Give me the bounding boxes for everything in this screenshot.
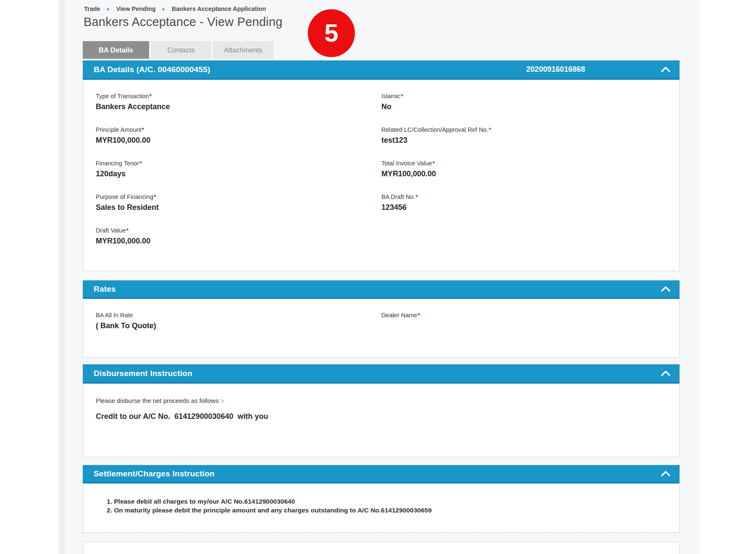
section-title: Rates — [94, 285, 116, 294]
breadcrumb-item-view-pending[interactable]: View Pending — [116, 5, 156, 12]
chevron-up-icon — [661, 67, 670, 72]
next-section-card — [83, 542, 680, 554]
collapse-settlement-button[interactable] — [660, 470, 671, 478]
field-value: ( Bank To Quote) — [96, 321, 156, 331]
field-related-lc-ref-no: Related LC/Collection/Approval Ref No.* … — [381, 126, 491, 146]
chevron-up-icon — [661, 471, 670, 476]
required-asterisk: * — [489, 126, 491, 133]
field-label: Draft Value* — [96, 227, 170, 235]
section-title: Disbursement Instruction — [94, 369, 192, 378]
required-asterisk: * — [417, 312, 420, 319]
rates-card: BA All In Rate ( Bank To Quote) Dealer N… — [83, 299, 680, 358]
settlement-instruction-2: 2. On maturity please debit the principl… — [107, 506, 432, 515]
field-label: Type of Transaction* — [96, 92, 170, 100]
ba-details-left-column: Type of Transaction* Bankers Acceptance … — [96, 92, 170, 260]
required-asterisk: * — [126, 227, 129, 234]
field-value: 120days — [96, 169, 170, 179]
section-header-disbursement[interactable]: Disbursement Instruction — [83, 364, 680, 384]
disbursement-credit-instruction: Credit to our A/C No. 61412900030640 wit… — [96, 412, 268, 421]
page-title: Bankers Acceptance - View Pending — [84, 15, 283, 29]
tab-bar: BA Details Contacts Attachments — [83, 41, 273, 59]
tab-attachments[interactable]: Attachments — [213, 41, 273, 59]
field-value: No — [381, 102, 491, 112]
field-type-of-transaction: Type of Transaction* Bankers Acceptance — [96, 92, 170, 112]
field-dealer-name: Dealer Name* — [381, 311, 420, 331]
field-value: Bankers Acceptance — [96, 102, 170, 112]
field-ba-draft-no: BA Draft No.* 123456 — [381, 193, 491, 213]
field-financing-tenor: Financing Tenor* 120days — [96, 159, 170, 179]
ba-details-right-column: Islamic* No Related LC/Collection/Approv… — [381, 92, 491, 227]
field-value — [381, 321, 420, 331]
field-islamic: Islamic* No — [381, 92, 491, 112]
required-asterisk: * — [142, 126, 144, 133]
annotation-step-number: 5 — [324, 21, 338, 46]
field-label: Total Invoice Value* — [381, 159, 491, 167]
section-title: Settlement/Charges Instruction — [94, 469, 215, 478]
section-header-rates[interactable]: Rates — [83, 280, 680, 299]
required-asterisk: * — [433, 160, 435, 167]
field-value: MYR100,000.00 — [96, 236, 170, 246]
field-label: Islamic* — [381, 92, 491, 100]
field-total-invoice-value: Total Invoice Value* MYR100,000.00 — [381, 159, 491, 179]
field-label: Financing Tenor* — [96, 159, 170, 167]
transaction-reference-number: 20200916016868 — [526, 65, 585, 74]
rates-left-column: BA All In Rate ( Bank To Quote) — [96, 311, 156, 345]
ba-details-card: Type of Transaction* Bankers Acceptance … — [83, 80, 680, 271]
field-value: 123456 — [381, 202, 491, 213]
field-ba-all-in-rate: BA All In Rate ( Bank To Quote) — [96, 311, 156, 331]
field-draft-value: Draft Value* MYR100,000.00 — [96, 227, 170, 246]
field-label: Related LC/Collection/Approval Ref No.* — [381, 126, 491, 134]
required-asterisk: * — [154, 193, 156, 200]
disbursement-card: Please disburse the net proceeds as foll… — [83, 384, 680, 457]
breadcrumb-arrow-icon: ▸ — [107, 6, 110, 11]
required-asterisk: * — [401, 93, 403, 99]
required-asterisk: * — [150, 93, 152, 99]
page-left-gutter — [59, 0, 65, 554]
breadcrumb: Trade ▸ View Pending ▸ Bankers Acceptanc… — [84, 5, 266, 12]
tab-ba-details[interactable]: BA Details — [83, 41, 149, 59]
collapse-disbursement-button[interactable] — [660, 369, 671, 378]
breadcrumb-item-ba-application[interactable]: Bankers Acceptance Application — [172, 5, 266, 12]
field-value: MYR100,000.00 — [96, 135, 170, 146]
required-asterisk: * — [416, 193, 418, 200]
collapse-ba-details-button[interactable] — [660, 65, 671, 74]
chevron-up-icon — [661, 371, 670, 376]
annotation-step-badge: 5 — [308, 9, 355, 57]
breadcrumb-item-trade[interactable]: Trade — [84, 5, 100, 12]
collapse-rates-button[interactable] — [660, 285, 671, 293]
field-label: BA All In Rate — [96, 311, 156, 319]
field-label: Purpose of Financing* — [96, 193, 170, 201]
field-label: BA Draft No.* — [381, 193, 491, 201]
section-header-ba-details[interactable]: BA Details (A/C. 00460000455) 2020091601… — [83, 60, 680, 80]
field-label: Dealer Name* — [381, 311, 420, 319]
required-asterisk: * — [139, 160, 142, 167]
field-label: Principle Amount* — [96, 126, 170, 134]
breadcrumb-arrow-icon: ▸ — [163, 6, 165, 11]
field-principle-amount: Principle Amount* MYR100,000.00 — [96, 126, 170, 146]
settlement-card: 1. Please debit all charges to my/our A/… — [83, 483, 680, 533]
field-value: Sales to Resident — [96, 202, 170, 213]
settlement-instruction-list: 1. Please debit all charges to my/our A/… — [107, 497, 432, 515]
disbursement-intro-text: Please disburse the net proceeds as foll… — [96, 397, 224, 404]
chevron-up-icon — [661, 286, 670, 292]
tab-contacts[interactable]: Contacts — [151, 41, 211, 59]
settlement-instruction-1: 1. Please debit all charges to my/our A/… — [107, 497, 432, 506]
field-value: test123 — [381, 135, 491, 146]
section-title: BA Details (A/C. 00460000455) — [94, 65, 210, 74]
rates-right-column: Dealer Name* — [381, 311, 420, 345]
field-purpose-of-financing: Purpose of Financing* Sales to Resident — [96, 193, 170, 213]
field-value: MYR100,000.00 — [381, 169, 491, 179]
section-header-settlement[interactable]: Settlement/Charges Instruction — [83, 465, 680, 483]
